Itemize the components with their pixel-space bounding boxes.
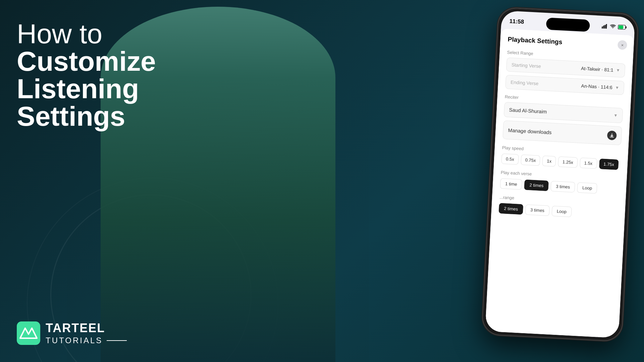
title-line2: Customize <box>17 48 156 75</box>
status-icons <box>602 24 627 30</box>
app-content: × Playback Settings Select Range Startin… <box>485 28 634 338</box>
verse-btn-2times[interactable]: 2 times <box>524 179 549 191</box>
wifi-icon <box>610 24 616 29</box>
starting-verse-value: At-Takwir · 81:1 ▼ <box>581 66 620 73</box>
manage-downloads-row[interactable]: Manage downloads <box>502 120 622 145</box>
logo-text: TARTEEL TUTORIALS <box>46 321 127 345</box>
logo-subtitle: TUTORIALS <box>46 336 127 345</box>
svg-rect-7 <box>626 26 627 28</box>
speed-btn-0.75x[interactable]: 0.75x <box>521 155 540 166</box>
phone-frame: 11:58 <box>481 7 639 342</box>
tarteel-logo-icon <box>17 321 40 345</box>
starting-verse-label: Starting Verse <box>511 62 541 69</box>
phone-mockup: 11:58 <box>481 7 639 342</box>
chevron-down-icon-3: ▼ <box>613 113 618 118</box>
svg-rect-2 <box>602 26 603 28</box>
settings-panel: × Playback Settings Select Range Startin… <box>485 28 634 338</box>
title-area: How to Customize Listening Settings <box>17 20 156 130</box>
range-btn-3times[interactable]: 3 times <box>525 204 549 216</box>
chevron-down-icon-2: ▼ <box>615 85 620 90</box>
verse-btn-loop[interactable]: Loop <box>577 182 597 194</box>
verse-btn-3times[interactable]: 3 times <box>551 181 575 193</box>
range-btn-loop[interactable]: Loop <box>551 206 572 217</box>
download-arrow-icon <box>609 133 614 138</box>
reciter-section: Reciter Saud Al-Shuraim ▼ <box>504 94 624 123</box>
speed-btn-1.25x[interactable]: 1.25x <box>558 157 578 168</box>
verse-btn-1time[interactable]: 1 time <box>500 178 523 190</box>
starting-verse-dropdown[interactable]: Starting Verse At-Takwir · 81:1 ▼ <box>506 57 626 77</box>
reciter-name: Saud Al-Shuraim <box>509 107 547 115</box>
verse-buttons: 1 time 2 times 3 times Loop <box>500 178 619 195</box>
speed-buttons: 0.5x 0.75x 1x 1.25x 1.5x 1.75x <box>501 154 620 170</box>
ending-verse-value: An-Nas · 114:6 ▼ <box>581 83 619 90</box>
status-time: 11:58 <box>509 18 524 25</box>
title-line4: Settings <box>17 103 156 130</box>
reciter-dropdown[interactable]: Saud Al-Shuraim ▼ <box>504 102 623 123</box>
title-line3: Listening <box>17 75 156 103</box>
logo-brand: TARTEEL <box>46 321 127 335</box>
title-line1: How to <box>17 20 156 48</box>
ending-verse-dropdown[interactable]: Ending Verse An-Nas · 114:6 ▼ <box>505 75 625 95</box>
logo-area: TARTEEL TUTORIALS <box>17 321 127 345</box>
ending-verse-label: Ending Verse <box>511 79 539 86</box>
speed-btn-0.5x[interactable]: 0.5x <box>501 154 519 165</box>
manage-downloads-label: Manage downloads <box>508 127 552 135</box>
svg-rect-8 <box>619 25 624 29</box>
speed-btn-1.5x[interactable]: 1.5x <box>580 158 597 169</box>
svg-rect-3 <box>603 25 604 28</box>
phone-screen: 11:58 <box>485 10 635 338</box>
range-btn-2times[interactable]: 2 times <box>499 203 523 215</box>
download-icon[interactable] <box>607 130 617 140</box>
svg-rect-4 <box>604 25 606 28</box>
chevron-down-icon: ▼ <box>616 68 620 73</box>
battery-icon <box>618 24 627 29</box>
dynamic-island <box>546 17 590 32</box>
range-buttons: 2 times 3 times Loop <box>499 203 618 220</box>
close-icon: × <box>621 42 624 47</box>
settings-title: Playback Settings <box>507 36 627 49</box>
speed-btn-1.75x[interactable]: 1.75x <box>599 159 619 170</box>
signal-icon <box>602 24 608 29</box>
speed-btn-1x[interactable]: 1x <box>542 156 556 167</box>
svg-rect-5 <box>606 24 607 29</box>
